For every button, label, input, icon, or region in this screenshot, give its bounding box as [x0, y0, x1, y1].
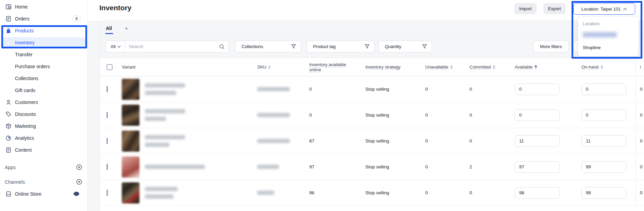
sidebar-item-customers[interactable]: Customers — [0, 96, 87, 108]
sidebar-item-discounts[interactable]: Discounts — [0, 108, 87, 120]
more-filters-label: More filters — [540, 44, 562, 49]
on-hand-input[interactable] — [581, 109, 626, 121]
quantity-filter[interactable]: Quantity — [378, 41, 432, 52]
col-inventory-strategy: Inventory strategy — [365, 64, 400, 70]
sidebar-item-inventory[interactable]: Inventory — [0, 36, 87, 48]
table-row[interactable]: 0 Stop selling 0 0 0 — [100, 102, 644, 128]
location-group-label: Location — [583, 21, 634, 26]
col-available-online: Inventory available online — [309, 62, 352, 72]
col-committed[interactable]: Committed — [469, 64, 515, 70]
row-checkbox[interactable] — [106, 164, 108, 170]
col-unavailable[interactable]: Unavailable — [425, 64, 469, 70]
sidebar-item-label: Gift cards — [15, 88, 35, 93]
main-content: Inventory Import Export Location: Taipei… — [88, 0, 644, 211]
col-sku[interactable]: SKU — [257, 64, 309, 70]
sidebar-item-home[interactable]: Home — [0, 1, 87, 13]
clipped-value: 0 — [635, 76, 644, 102]
variant-name-blurred — [145, 135, 185, 147]
sort-icon — [600, 65, 603, 69]
inventory-strategy-value: Stop selling — [365, 164, 425, 169]
committed-value: 0 — [469, 87, 515, 92]
committed-value: 2 — [469, 164, 515, 169]
sidebar-item-gift-cards[interactable]: Gift cards — [0, 84, 87, 96]
funnel-icon — [365, 44, 369, 49]
collections-filter[interactable]: Collections — [235, 41, 301, 52]
on-hand-input[interactable] — [581, 161, 626, 173]
sidebar-item-label: Customers — [15, 100, 38, 105]
table-row[interactable]: 67 Stop selling 0 0 0 — [100, 128, 644, 154]
search-scope-label: All — [111, 44, 115, 49]
tab-all-label: All — [106, 26, 112, 31]
search-input[interactable] — [125, 41, 219, 52]
sidebar-item-content[interactable]: Content — [0, 144, 87, 156]
inventory-admin-screen: Home Orders 8 Products Inventory Transfe… — [0, 0, 644, 211]
col-available[interactable]: Available — [515, 64, 581, 70]
storefront-icon — [5, 191, 12, 197]
marketing-cube-icon — [5, 123, 12, 129]
sku-blurred — [257, 139, 290, 143]
on-hand-input[interactable] — [581, 84, 626, 95]
sidebar-item-marketing[interactable]: Marketing — [0, 120, 87, 132]
row-checkbox[interactable] — [106, 86, 108, 92]
product-thumbnail-blurred — [122, 182, 139, 204]
quantity-filter-label: Quantity — [385, 44, 401, 49]
import-button[interactable]: Import — [514, 3, 536, 14]
row-checkbox[interactable] — [106, 190, 108, 196]
table-row[interactable]: 97 Stop selling 0 2 0 — [100, 154, 644, 180]
select-all-checkbox[interactable] — [106, 64, 113, 70]
sidebar-item-collections[interactable]: Collections — [0, 72, 87, 84]
on-hand-input[interactable] — [581, 135, 626, 147]
unavailable-value: 0 — [425, 190, 469, 195]
on-hand-input[interactable] — [581, 187, 626, 199]
sidebar-section-apps[interactable]: Apps — [0, 161, 87, 173]
inventory-strategy-value: Stop selling — [365, 190, 425, 195]
table-row[interactable]: 0 Stop selling 0 0 0 — [100, 76, 644, 102]
variant-name-blurred — [145, 109, 185, 121]
sidebar-item-analytics[interactable]: Analytics — [0, 132, 87, 144]
inventory-card: All + All Collections — [99, 21, 644, 211]
product-thumbnail-blurred — [122, 156, 139, 178]
table-header-row: Variant SKU Inventory available online I… — [100, 58, 644, 76]
location-option-shopline[interactable]: Shopline — [583, 45, 634, 50]
add-app-icon[interactable] — [76, 164, 82, 170]
row-checkbox[interactable] — [106, 112, 108, 118]
col-clipped: i — [635, 58, 644, 76]
variant-name-blurred — [145, 187, 178, 199]
online-store-visibility[interactable] — [71, 190, 82, 197]
available-input[interactable] — [515, 135, 560, 147]
sidebar-section-channels[interactable]: Channels — [0, 176, 87, 188]
sidebar-item-products[interactable]: Products — [0, 25, 87, 36]
location-option-blurred[interactable] — [583, 32, 617, 37]
col-on-hand[interactable]: On-hand — [581, 64, 635, 70]
table-row[interactable]: 98 Stop selling 0 0 0 — [100, 180, 644, 206]
sort-icon — [268, 65, 271, 69]
variant-name-blurred — [145, 83, 185, 95]
sort-icon-active — [534, 65, 537, 69]
row-checkbox[interactable] — [106, 138, 108, 144]
sidebar-item-online-store[interactable]: Online Store — [0, 188, 87, 200]
sidebar-item-orders[interactable]: Orders 8 — [0, 13, 87, 25]
available-input[interactable] — [515, 109, 560, 121]
location-selector-button[interactable]: Location: Taipei 101 — [573, 3, 635, 15]
col-variant: Variant — [122, 64, 135, 70]
add-channel-icon[interactable] — [76, 179, 82, 185]
inventory-strategy-value: Stop selling — [365, 87, 425, 92]
chevron-down-icon — [117, 46, 121, 48]
tab-all[interactable]: All — [106, 26, 112, 34]
more-filters-button[interactable]: More filters — [533, 41, 569, 52]
unavailable-value: 0 — [425, 112, 469, 118]
committed-value: 0 — [469, 138, 515, 144]
export-button[interactable]: Export — [543, 3, 566, 14]
available-input[interactable] — [515, 161, 560, 173]
add-tab-button[interactable]: + — [125, 26, 128, 32]
search-scope-dropdown[interactable]: All — [106, 41, 125, 52]
available-input[interactable] — [515, 187, 560, 199]
inventory-strategy-value: Stop selling — [365, 138, 425, 144]
eye-icon — [73, 192, 80, 196]
sidebar-item-purchase-orders[interactable]: Purchase orders — [0, 60, 87, 72]
funnel-icon — [291, 44, 296, 49]
sidebar-item-label: Marketing — [15, 123, 36, 129]
product-tag-filter[interactable]: Product tag — [307, 41, 375, 52]
sidebar-item-transfer[interactable]: Transfer — [0, 48, 87, 60]
available-input[interactable] — [515, 84, 560, 95]
